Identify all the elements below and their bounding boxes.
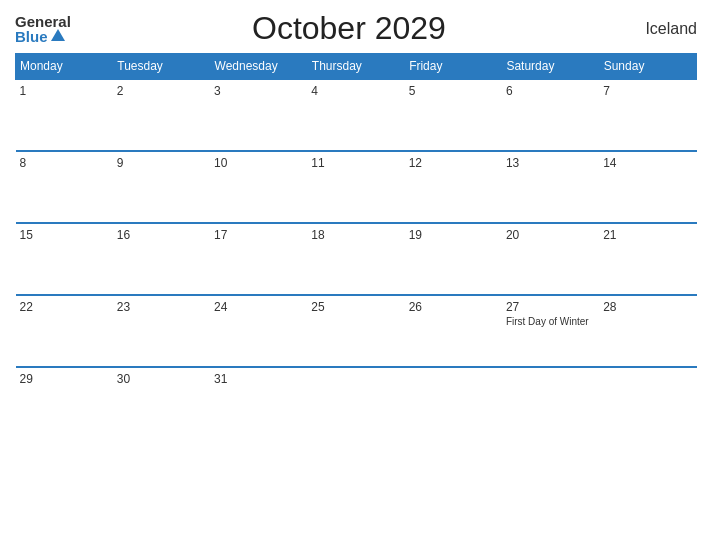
weekday-header-row: Monday Tuesday Wednesday Thursday Friday… [16, 54, 697, 80]
header-sunday: Sunday [599, 54, 696, 80]
day-cell: 10 [210, 151, 307, 223]
week-row-2: 8 9 10 11 12 13 14 [16, 151, 697, 223]
day-cell-empty [599, 367, 696, 439]
day-cell: 26 [405, 295, 502, 367]
day-cell: 15 [16, 223, 113, 295]
day-cell: 19 [405, 223, 502, 295]
logo: General Blue [15, 14, 71, 44]
header-monday: Monday [16, 54, 113, 80]
header-saturday: Saturday [502, 54, 599, 80]
day-cell: 11 [307, 151, 404, 223]
header-friday: Friday [405, 54, 502, 80]
day-cell: 2 [113, 79, 210, 151]
logo-triangle-icon [51, 29, 65, 41]
day-cell: 18 [307, 223, 404, 295]
day-cell: 17 [210, 223, 307, 295]
day-cell: 24 [210, 295, 307, 367]
calendar-title: October 2029 [71, 10, 627, 47]
day-cell: 25 [307, 295, 404, 367]
day-cell-empty [502, 367, 599, 439]
country-label: Iceland [627, 20, 697, 38]
day-cell: 7 [599, 79, 696, 151]
day-cell: 16 [113, 223, 210, 295]
week-row-5: 29 30 31 [16, 367, 697, 439]
day-cell-empty [405, 367, 502, 439]
day-cell-empty [307, 367, 404, 439]
day-cell: 6 [502, 79, 599, 151]
day-cell: 30 [113, 367, 210, 439]
day-cell: 14 [599, 151, 696, 223]
first-day-of-winter-event: First Day of Winter [506, 316, 595, 327]
day-cell: 20 [502, 223, 599, 295]
day-cell: 21 [599, 223, 696, 295]
week-row-4: 22 23 24 25 26 27 First Day of Winter 28 [16, 295, 697, 367]
day-cell: 9 [113, 151, 210, 223]
day-cell: 3 [210, 79, 307, 151]
logo-blue-text: Blue [15, 29, 65, 44]
day-cell: 1 [16, 79, 113, 151]
header-thursday: Thursday [307, 54, 404, 80]
calendar-page: General Blue October 2029 Iceland Monday… [0, 0, 712, 550]
header-wednesday: Wednesday [210, 54, 307, 80]
day-cell: 12 [405, 151, 502, 223]
day-cell: 8 [16, 151, 113, 223]
day-cell: 29 [16, 367, 113, 439]
logo-general-text: General [15, 14, 71, 29]
calendar-header: General Blue October 2029 Iceland [15, 10, 697, 47]
week-row-1: 1 2 3 4 5 6 7 [16, 79, 697, 151]
day-cell: 13 [502, 151, 599, 223]
day-cell: 28 [599, 295, 696, 367]
week-row-3: 15 16 17 18 19 20 21 [16, 223, 697, 295]
day-cell: 31 [210, 367, 307, 439]
calendar-table: Monday Tuesday Wednesday Thursday Friday… [15, 53, 697, 439]
header-tuesday: Tuesday [113, 54, 210, 80]
day-cell: 4 [307, 79, 404, 151]
day-cell: 22 [16, 295, 113, 367]
day-cell: 23 [113, 295, 210, 367]
day-cell-with-event: 27 First Day of Winter [502, 295, 599, 367]
day-cell: 5 [405, 79, 502, 151]
